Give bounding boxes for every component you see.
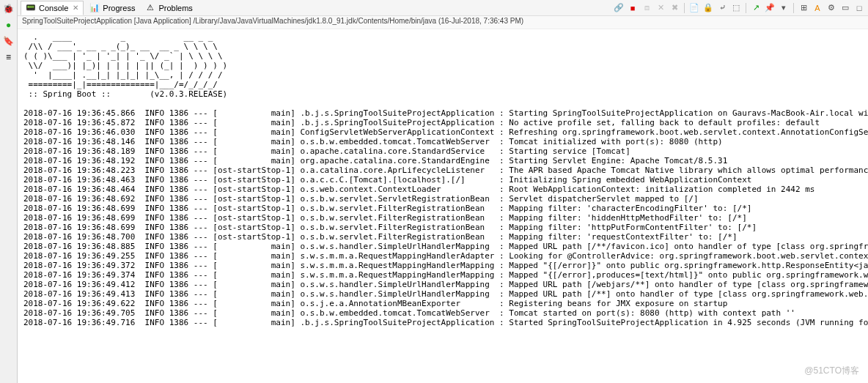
wrap-icon[interactable]: ⤶ — [716, 2, 728, 14]
show-icon[interactable]: ⬚ — [730, 2, 742, 14]
display-icon[interactable]: ▾ — [778, 2, 790, 14]
tab-problems[interactable]: ⚠Problems — [141, 1, 196, 15]
tabs-container: 📟Console✕📊Progress⚠Problems — [21, 1, 197, 15]
tab-progress[interactable]: 📊Progress — [85, 1, 139, 15]
run-configuration-label: SpringToolSuiteProjectApplication [Java … — [18, 16, 868, 29]
minimize-icon[interactable]: ▭ — [839, 2, 851, 14]
ansi-icon[interactable]: A — [812, 2, 823, 14]
remove-icon: ✕ — [655, 2, 666, 14]
run-icon[interactable]: ● — [3, 19, 15, 31]
watermark: @51CTO博客 — [804, 365, 859, 377]
clear-icon[interactable]: 📄 — [688, 2, 700, 14]
toolbar-divider — [684, 3, 685, 13]
console-output[interactable]: . ____ _ __ _ _ /\\ / ___'_ __ _ _(_)_ _… — [18, 29, 868, 383]
tab-bar: 📟Console✕📊Progress⚠Problems 🔗■⧈✕✖📄🔒⤶⬚↗📌▾… — [18, 0, 868, 16]
left-gutter: 🐞●🔖≡ — [0, 0, 18, 383]
toolbar-divider — [793, 3, 794, 13]
settings-icon[interactable]: ⚙ — [825, 2, 837, 14]
close-icon[interactable]: ✕ — [73, 4, 78, 12]
scroll-lock-icon[interactable]: 🔒 — [702, 2, 714, 14]
toolbar-divider — [746, 3, 746, 13]
tab-label: Progress — [103, 4, 135, 12]
link-icon[interactable]: 🔗 — [613, 2, 625, 14]
new-console-icon[interactable]: ⊞ — [798, 2, 809, 14]
console-tab-icon: 📟 — [26, 3, 36, 13]
debug-icon[interactable]: 🐞 — [3, 3, 15, 15]
tab-label: Console — [39, 4, 68, 12]
pin-icon[interactable]: 📌 — [764, 2, 776, 14]
stop-icon[interactable]: ■ — [627, 2, 639, 14]
outline-icon[interactable]: ≡ — [3, 51, 15, 63]
console-toolbar: 🔗■⧈✕✖📄🔒⤶⬚↗📌▾⊞A⚙▭□ — [613, 2, 865, 14]
open-console-icon[interactable]: ↗ — [750, 2, 762, 14]
tab-console[interactable]: 📟Console✕ — [21, 1, 84, 15]
tab-label: Problems — [158, 4, 192, 12]
problems-tab-icon: ⚠ — [145, 3, 155, 13]
progress-tab-icon: 📊 — [89, 3, 100, 13]
maximize-icon[interactable]: □ — [853, 2, 865, 14]
remove-all-icon: ✖ — [669, 2, 680, 14]
stop-all-icon: ⧈ — [641, 2, 652, 14]
bookmark-icon[interactable]: 🔖 — [3, 35, 15, 47]
main-panel: 📟Console✕📊Progress⚠Problems 🔗■⧈✕✖📄🔒⤶⬚↗📌▾… — [18, 0, 868, 383]
